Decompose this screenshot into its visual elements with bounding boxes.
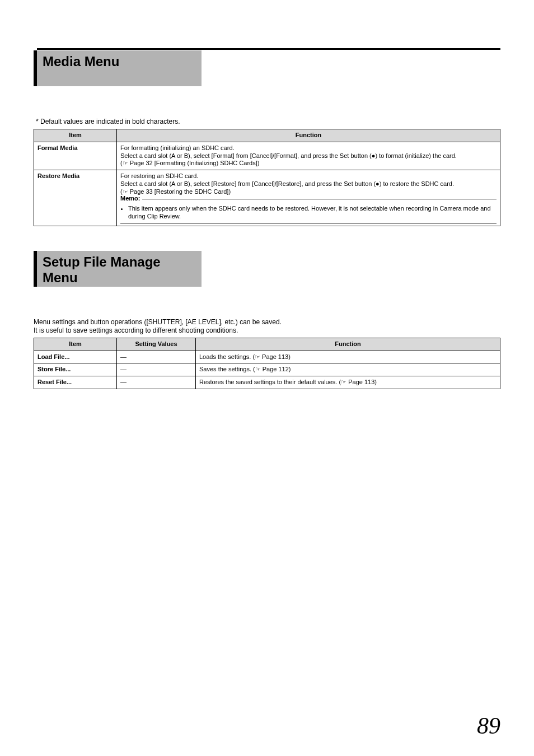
item-restore-media: Restore Media: [34, 170, 117, 226]
memo-list: This item appears only when the SDHC car…: [120, 205, 496, 221]
format-line2b: ) to format (initialize) the card.: [375, 152, 457, 159]
format-line1: For formatting (initializing) an SDHC ca…: [120, 144, 235, 151]
func-reset-file: Restores the saved settings to their def…: [196, 376, 500, 389]
item-load-file: Load File...: [34, 351, 117, 363]
page-number: 89: [477, 712, 500, 739]
table-row: Store File... — Saves the settings. (☞ P…: [34, 363, 500, 376]
func-format-media: For formatting (initializing) an SDHC ca…: [117, 142, 500, 170]
table-row: Load File... — Loads the settings. (☞ Pa…: [34, 351, 500, 363]
memo-item: This item appears only when the SDHC car…: [128, 205, 496, 221]
default-values-note: * Default values are indicated in bold c…: [36, 118, 500, 125]
restore-line2a: Select a card slot (A or B), select [Res…: [120, 180, 376, 187]
func-load-file: Loads the settings. (☞ Page 113): [196, 351, 500, 363]
memo-label: Memo:: [120, 195, 142, 203]
setup-header-function: Function: [196, 338, 500, 351]
setup-header-item: Item: [34, 338, 117, 351]
func-store-file: Saves the settings. (☞ Page 112): [196, 363, 500, 376]
sv-reset-file: —: [117, 376, 196, 389]
table-row: Format Media For formatting (initializin…: [34, 142, 500, 170]
func-restore-media: For restoring an SDHC card. Select a car…: [117, 170, 500, 226]
table-row: Reset File... — Restores the saved setti…: [34, 376, 500, 389]
memo-block: Memo: This item appears only when the SD…: [120, 199, 496, 223]
item-reset-file: Reset File...: [34, 376, 117, 389]
setup-intro-1: Menu settings and button operations ([SH…: [34, 318, 500, 326]
sv-load-file: —: [117, 351, 196, 363]
restore-ref: (☞ Page 33 [Restoring the SDHC Card]): [120, 188, 231, 195]
format-line2a: Select a card slot (A or B), select [For…: [120, 152, 372, 159]
restore-line2b: ) to restore the SDHC card.: [380, 180, 454, 187]
setup-menu-table: Item Setting Values Function Load File..…: [34, 338, 500, 389]
section-header-setup: Setup File Manage Menu: [34, 251, 202, 287]
media-menu-table: Item Function Format Media For formattin…: [34, 129, 500, 226]
section-title-media: Media Menu: [43, 54, 119, 69]
item-store-file: Store File...: [34, 363, 117, 376]
page-top-rule: [37, 48, 500, 50]
set-button-dot-icon: ●: [376, 180, 380, 187]
restore-line1: For restoring an SDHC card.: [120, 172, 198, 179]
section-header-media: Media Menu: [34, 50, 202, 86]
format-ref: (☞ Page 32 [Formatting (Initializing) SD…: [120, 160, 259, 166]
section-title-setup: Setup File Manage Menu: [43, 254, 196, 286]
setup-header-sv: Setting Values: [117, 338, 196, 351]
media-header-item: Item: [34, 129, 117, 142]
table-row: Restore Media For restoring an SDHC card…: [34, 170, 500, 226]
sv-store-file: —: [117, 363, 196, 376]
setup-intro-2: It is useful to save settings according …: [34, 326, 500, 334]
media-header-function: Function: [117, 129, 500, 142]
item-format-media: Format Media: [34, 142, 117, 170]
